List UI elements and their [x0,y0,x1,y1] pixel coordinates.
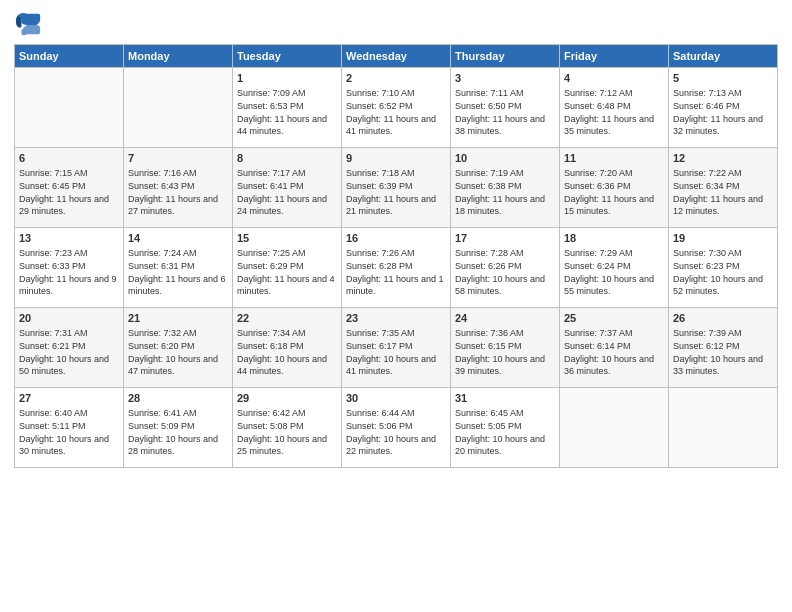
sunset-text: Sunset: 6:43 PM [128,181,195,191]
sunrise-text: Sunrise: 6:41 AM [128,408,197,418]
day-number: 26 [673,311,773,326]
sunset-text: Sunset: 6:23 PM [673,261,740,271]
sunset-text: Sunset: 6:39 PM [346,181,413,191]
day-number: 13 [19,231,119,246]
calendar-cell: 5Sunrise: 7:13 AMSunset: 6:46 PMDaylight… [669,68,778,148]
weekday-header-row: SundayMondayTuesdayWednesdayThursdayFrid… [15,45,778,68]
sunset-text: Sunset: 6:28 PM [346,261,413,271]
weekday-header-sunday: Sunday [15,45,124,68]
day-number: 23 [346,311,446,326]
sunset-text: Sunset: 6:33 PM [19,261,86,271]
calendar-table: SundayMondayTuesdayWednesdayThursdayFrid… [14,44,778,468]
sunrise-text: Sunrise: 7:39 AM [673,328,742,338]
calendar-cell: 27Sunrise: 6:40 AMSunset: 5:11 PMDayligh… [15,388,124,468]
calendar-cell: 2Sunrise: 7:10 AMSunset: 6:52 PMDaylight… [342,68,451,148]
calendar-cell: 6Sunrise: 7:15 AMSunset: 6:45 PMDaylight… [15,148,124,228]
day-number: 27 [19,391,119,406]
logo-icon [14,10,42,38]
sunrise-text: Sunrise: 6:45 AM [455,408,524,418]
calendar-cell [15,68,124,148]
sunrise-text: Sunrise: 7:36 AM [455,328,524,338]
calendar-cell [124,68,233,148]
daylight-text: Daylight: 10 hours and 30 minutes. [19,434,109,457]
calendar-cell: 18Sunrise: 7:29 AMSunset: 6:24 PMDayligh… [560,228,669,308]
daylight-text: Daylight: 10 hours and 58 minutes. [455,274,545,297]
daylight-text: Daylight: 10 hours and 55 minutes. [564,274,654,297]
sunrise-text: Sunrise: 7:12 AM [564,88,633,98]
calendar-cell: 20Sunrise: 7:31 AMSunset: 6:21 PMDayligh… [15,308,124,388]
sunrise-text: Sunrise: 7:11 AM [455,88,524,98]
calendar-week-3: 13Sunrise: 7:23 AMSunset: 6:33 PMDayligh… [15,228,778,308]
day-number: 4 [564,71,664,86]
sunrise-text: Sunrise: 7:09 AM [237,88,306,98]
calendar-cell: 25Sunrise: 7:37 AMSunset: 6:14 PMDayligh… [560,308,669,388]
sunrise-text: Sunrise: 7:19 AM [455,168,524,178]
calendar-cell: 22Sunrise: 7:34 AMSunset: 6:18 PMDayligh… [233,308,342,388]
daylight-text: Daylight: 11 hours and 32 minutes. [673,114,763,137]
daylight-text: Daylight: 10 hours and 33 minutes. [673,354,763,377]
sunset-text: Sunset: 6:18 PM [237,341,304,351]
sunset-text: Sunset: 6:29 PM [237,261,304,271]
calendar-cell: 13Sunrise: 7:23 AMSunset: 6:33 PMDayligh… [15,228,124,308]
day-number: 14 [128,231,228,246]
daylight-text: Daylight: 10 hours and 25 minutes. [237,434,327,457]
daylight-text: Daylight: 11 hours and 35 minutes. [564,114,654,137]
day-number: 19 [673,231,773,246]
daylight-text: Daylight: 10 hours and 50 minutes. [19,354,109,377]
sunset-text: Sunset: 6:12 PM [673,341,740,351]
calendar-cell: 28Sunrise: 6:41 AMSunset: 5:09 PMDayligh… [124,388,233,468]
sunset-text: Sunset: 5:11 PM [19,421,86,431]
calendar-cell: 31Sunrise: 6:45 AMSunset: 5:05 PMDayligh… [451,388,560,468]
day-number: 1 [237,71,337,86]
day-number: 10 [455,151,555,166]
daylight-text: Daylight: 10 hours and 52 minutes. [673,274,763,297]
calendar-cell: 12Sunrise: 7:22 AMSunset: 6:34 PMDayligh… [669,148,778,228]
daylight-text: Daylight: 11 hours and 41 minutes. [346,114,436,137]
day-number: 6 [19,151,119,166]
sunset-text: Sunset: 6:24 PM [564,261,631,271]
weekday-header-monday: Monday [124,45,233,68]
daylight-text: Daylight: 10 hours and 36 minutes. [564,354,654,377]
daylight-text: Daylight: 11 hours and 18 minutes. [455,194,545,217]
day-number: 16 [346,231,446,246]
daylight-text: Daylight: 11 hours and 29 minutes. [19,194,109,217]
calendar-cell: 10Sunrise: 7:19 AMSunset: 6:38 PMDayligh… [451,148,560,228]
calendar-cell: 21Sunrise: 7:32 AMSunset: 6:20 PMDayligh… [124,308,233,388]
calendar-cell: 19Sunrise: 7:30 AMSunset: 6:23 PMDayligh… [669,228,778,308]
day-number: 25 [564,311,664,326]
sunrise-text: Sunrise: 6:44 AM [346,408,415,418]
day-number: 11 [564,151,664,166]
day-number: 24 [455,311,555,326]
day-number: 28 [128,391,228,406]
daylight-text: Daylight: 10 hours and 41 minutes. [346,354,436,377]
calendar-week-4: 20Sunrise: 7:31 AMSunset: 6:21 PMDayligh… [15,308,778,388]
sunset-text: Sunset: 6:53 PM [237,101,304,111]
day-number: 29 [237,391,337,406]
calendar-week-2: 6Sunrise: 7:15 AMSunset: 6:45 PMDaylight… [15,148,778,228]
daylight-text: Daylight: 11 hours and 9 minutes. [19,274,117,297]
daylight-text: Daylight: 11 hours and 27 minutes. [128,194,218,217]
sunrise-text: Sunrise: 7:32 AM [128,328,197,338]
sunset-text: Sunset: 6:45 PM [19,181,86,191]
sunrise-text: Sunrise: 7:16 AM [128,168,197,178]
sunrise-text: Sunrise: 7:30 AM [673,248,742,258]
weekday-header-thursday: Thursday [451,45,560,68]
calendar-cell: 3Sunrise: 7:11 AMSunset: 6:50 PMDaylight… [451,68,560,148]
day-number: 2 [346,71,446,86]
calendar-cell: 23Sunrise: 7:35 AMSunset: 6:17 PMDayligh… [342,308,451,388]
daylight-text: Daylight: 11 hours and 44 minutes. [237,114,327,137]
calendar-header: SundayMondayTuesdayWednesdayThursdayFrid… [15,45,778,68]
sunset-text: Sunset: 6:41 PM [237,181,304,191]
day-number: 17 [455,231,555,246]
sunrise-text: Sunrise: 7:10 AM [346,88,415,98]
calendar-body: 1Sunrise: 7:09 AMSunset: 6:53 PMDaylight… [15,68,778,468]
day-number: 15 [237,231,337,246]
weekday-header-friday: Friday [560,45,669,68]
sunset-text: Sunset: 5:09 PM [128,421,195,431]
page-container: SundayMondayTuesdayWednesdayThursdayFrid… [0,0,792,474]
sunrise-text: Sunrise: 7:15 AM [19,168,88,178]
day-number: 3 [455,71,555,86]
sunrise-text: Sunrise: 7:22 AM [673,168,742,178]
calendar-cell: 9Sunrise: 7:18 AMSunset: 6:39 PMDaylight… [342,148,451,228]
sunrise-text: Sunrise: 7:23 AM [19,248,88,258]
